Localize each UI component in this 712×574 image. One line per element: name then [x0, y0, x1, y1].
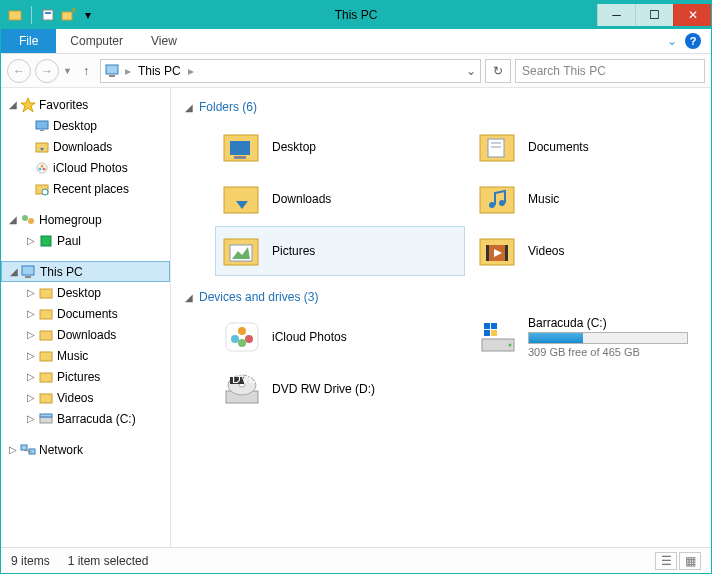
folder-documents[interactable]: Documents: [471, 122, 711, 172]
help-icon[interactable]: ?: [685, 33, 701, 49]
dvd-drive-icon: DVD: [220, 367, 264, 411]
expand-icon[interactable]: ▷: [25, 350, 37, 361]
expand-icon[interactable]: ▷: [7, 444, 19, 455]
tree-homegroup[interactable]: ◢ Homegroup: [1, 209, 170, 230]
tree-pc-desktop[interactable]: ▷Desktop: [1, 282, 170, 303]
ribbon-collapse-icon[interactable]: ⌄: [667, 34, 677, 48]
svg-rect-28: [40, 394, 52, 403]
statusbar: 9 items 1 item selected ☰ ▦: [1, 547, 711, 573]
refresh-button[interactable]: ↻: [485, 59, 511, 83]
tab-file[interactable]: File: [1, 29, 56, 53]
tree-thispc[interactable]: ◢ This PC: [1, 261, 170, 282]
folder-desktop[interactable]: Desktop: [215, 122, 465, 172]
collapse-icon[interactable]: ◢: [185, 292, 199, 303]
tree-fav-recent[interactable]: Recent places: [1, 178, 170, 199]
collapse-icon[interactable]: ◢: [7, 214, 19, 225]
expand-icon[interactable]: ▷: [25, 413, 37, 424]
expand-icon[interactable]: ▷: [25, 371, 37, 382]
tree-pc-documents[interactable]: ▷Documents: [1, 303, 170, 324]
star-icon: [19, 97, 37, 113]
tree-fav-desktop[interactable]: Desktop: [1, 115, 170, 136]
expand-icon[interactable]: ▷: [25, 329, 37, 340]
folder-music[interactable]: Music: [471, 174, 711, 224]
chevron-right-icon[interactable]: ▸: [188, 64, 194, 78]
svg-rect-26: [40, 352, 52, 361]
svg-text:DVD: DVD: [232, 372, 258, 386]
tree-network[interactable]: ▷ Network: [1, 439, 170, 460]
icloud-photos-icon: [220, 315, 264, 359]
icloud-photos-icon: [33, 160, 51, 176]
drive-dvd[interactable]: DVD DVD RW Drive (D:): [215, 364, 465, 414]
maximize-button[interactable]: ☐: [635, 4, 673, 26]
folder-pictures[interactable]: Pictures: [215, 226, 465, 276]
search-input[interactable]: Search This PC: [515, 59, 705, 83]
search-placeholder: Search This PC: [522, 64, 606, 78]
tree-pc-music[interactable]: ▷Music: [1, 345, 170, 366]
tree-pc-downloads[interactable]: ▷Downloads: [1, 324, 170, 345]
section-folders[interactable]: ◢ Folders (6): [185, 100, 697, 114]
folder-icon: [37, 390, 55, 406]
desktop-icon: [33, 118, 51, 134]
svg-rect-25: [40, 331, 52, 340]
navbar: ← → ▼ ↑ ▸ This PC ▸ ⌄ ↻ Search This PC: [1, 54, 711, 88]
recent-locations-icon[interactable]: ▼: [63, 66, 72, 76]
qat-chevron-down-icon[interactable]: ▾: [80, 7, 96, 23]
folder-videos[interactable]: Videos: [471, 226, 711, 276]
folder-icon: [37, 327, 55, 343]
drive-barracuda[interactable]: Barracuda (C:) 309 GB free of 465 GB: [471, 312, 711, 362]
minimize-button[interactable]: ─: [597, 4, 635, 26]
tree-fav-icloud[interactable]: iCloud Photos: [1, 157, 170, 178]
tab-computer[interactable]: Computer: [56, 29, 137, 53]
expand-icon[interactable]: ▷: [25, 308, 37, 319]
download-icon: [33, 139, 51, 155]
folder-icon: [37, 306, 55, 322]
drive-grid: iCloud Photos Barracuda (C:) 309 GB free…: [215, 312, 697, 414]
tree-hg-paul[interactable]: ▷Paul: [1, 230, 170, 251]
pc-icon: [20, 264, 38, 280]
expand-icon[interactable]: ▷: [25, 287, 37, 298]
tree-favorites[interactable]: ◢ Favorites: [1, 94, 170, 115]
section-drives[interactable]: ◢ Devices and drives (3): [185, 290, 697, 304]
back-button[interactable]: ←: [7, 59, 31, 83]
forward-button[interactable]: →: [35, 59, 59, 83]
collapse-icon[interactable]: ◢: [8, 266, 20, 277]
collapse-icon[interactable]: ◢: [7, 99, 19, 110]
svg-point-18: [22, 215, 28, 221]
homegroup-icon: [19, 212, 37, 228]
expand-icon[interactable]: ▷: [25, 392, 37, 403]
svg-rect-31: [21, 445, 27, 450]
folder-downloads[interactable]: Downloads: [215, 174, 465, 224]
view-details-button[interactable]: ☰: [655, 552, 677, 570]
tree-pc-barracuda[interactable]: ▷Barracuda (C:): [1, 408, 170, 429]
drive-icon: [37, 411, 55, 427]
tree-pc-pictures[interactable]: ▷Pictures: [1, 366, 170, 387]
window-title: This PC: [335, 8, 378, 22]
tab-view[interactable]: View: [137, 29, 191, 53]
svg-rect-21: [22, 266, 34, 275]
qat-properties-icon[interactable]: [40, 7, 56, 23]
tree-pc-videos[interactable]: ▷Videos: [1, 387, 170, 408]
collapse-icon[interactable]: ◢: [185, 102, 199, 113]
address-dropdown-icon[interactable]: ⌄: [466, 64, 476, 78]
svg-rect-9: [40, 130, 44, 131]
breadcrumb-thispc[interactable]: This PC: [135, 64, 184, 78]
svg-point-56: [231, 335, 239, 343]
expand-icon[interactable]: ▷: [25, 235, 37, 246]
up-button[interactable]: ↑: [76, 61, 96, 81]
svg-point-19: [28, 218, 34, 224]
address-bar[interactable]: ▸ This PC ▸ ⌄: [100, 59, 481, 83]
chevron-right-icon[interactable]: ▸: [125, 64, 131, 78]
svg-point-57: [245, 335, 253, 343]
svg-point-17: [42, 189, 48, 195]
address-pc-icon: [105, 64, 121, 78]
pictures-folder-icon: [220, 229, 264, 273]
svg-rect-36: [234, 156, 246, 159]
qat-newfolder-icon[interactable]: ✶: [60, 7, 76, 23]
view-icons-button[interactable]: ▦: [679, 552, 701, 570]
svg-rect-35: [230, 141, 250, 155]
tree-fav-downloads[interactable]: Downloads: [1, 136, 170, 157]
nav-tree[interactable]: ◢ Favorites Desktop Downloads iCloud Pho…: [1, 88, 171, 547]
drive-icloud[interactable]: iCloud Photos: [215, 312, 465, 362]
close-button[interactable]: ✕: [673, 4, 711, 26]
content-pane[interactable]: ◢ Folders (6) Desktop Documents Download…: [171, 88, 711, 547]
